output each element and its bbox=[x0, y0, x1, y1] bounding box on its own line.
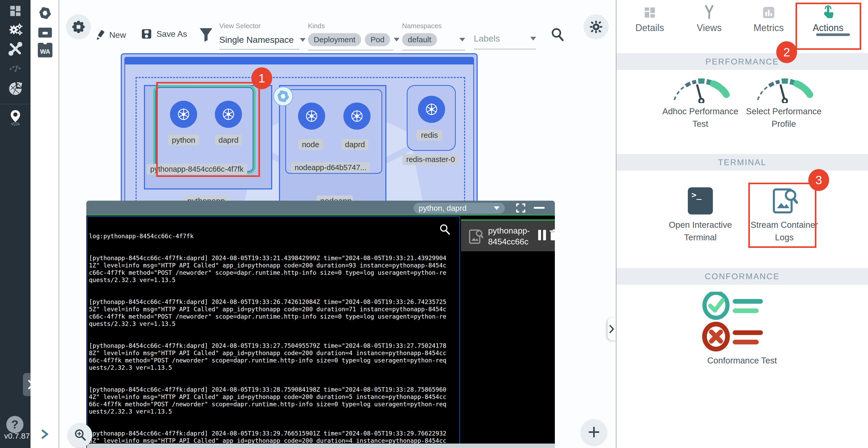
kinds-caption: Kinds bbox=[308, 22, 399, 30]
app-menu-button[interactable] bbox=[66, 14, 91, 39]
annotation-box-1 bbox=[156, 82, 260, 177]
namespaces-underline bbox=[402, 50, 465, 50]
conformance-section-header: CONFORMANCE bbox=[616, 268, 868, 285]
k8s-chart-icon[interactable] bbox=[0, 80, 31, 96]
tab-details[interactable]: Details bbox=[620, 0, 680, 50]
select-performance-profile-button[interactable]: Select Performance Profile bbox=[752, 77, 815, 103]
pod-name-redis: redis-master-0 bbox=[403, 154, 459, 165]
view-selector-value: Single Namespace bbox=[219, 35, 293, 45]
container-node-icon[interactable] bbox=[298, 102, 325, 130]
view-selector[interactable]: View Selector Single Namespace bbox=[219, 22, 306, 50]
fullscreen-icon[interactable] bbox=[516, 203, 525, 213]
performance-gauge-icon[interactable] bbox=[0, 61, 31, 72]
add-node-button[interactable] bbox=[582, 420, 607, 445]
pause-stream-icon[interactable] bbox=[538, 230, 546, 240]
save-icon bbox=[141, 28, 152, 40]
new-button[interactable]: New bbox=[95, 29, 126, 41]
chevron-down-icon bbox=[459, 38, 465, 41]
views-branch-icon bbox=[680, 5, 739, 19]
webassembly-icon[interactable]: WA bbox=[38, 43, 53, 57]
stream-card-title: pythonapp- 8454cc66c bbox=[488, 225, 530, 247]
log-block: [pythonapp-8454cc66c-4f7fk:daprd] 2024-0… bbox=[89, 298, 448, 327]
pencil-icon bbox=[95, 29, 105, 41]
inbox-icon[interactable] bbox=[37, 24, 53, 39]
minimize-icon[interactable] bbox=[534, 207, 545, 209]
pod-nodeapp[interactable]: node daprd bbox=[285, 89, 382, 174]
container-redis-icon[interactable] bbox=[418, 96, 445, 123]
pod-name-nodeapp: nodeapp-d64b5747... bbox=[291, 162, 370, 173]
container-selector-dropdown[interactable]: python, daprd bbox=[413, 203, 505, 214]
location-pin-icon[interactable] bbox=[0, 109, 31, 126]
log-output-area[interactable]: log:pythonapp-8454cc66c-4f7fk [pythonapp… bbox=[87, 216, 460, 444]
annotation-badge-2: 2 bbox=[776, 41, 797, 63]
gauge-icon bbox=[669, 77, 732, 103]
open-interactive-terminal-button[interactable]: >_ Open Interactive Terminal bbox=[688, 187, 713, 214]
terminal-scrollbar[interactable] bbox=[87, 444, 555, 448]
search-icon[interactable] bbox=[550, 27, 565, 42]
pod-redis[interactable]: redis bbox=[407, 85, 456, 151]
dashboard-grid-icon[interactable] bbox=[0, 4, 31, 18]
dapr-pinwheel-icon[interactable] bbox=[38, 6, 53, 20]
namespace-node-header bbox=[125, 58, 473, 64]
help-icon[interactable]: ? bbox=[6, 416, 24, 433]
log-block: [pythonapp-8454cc66c-4f7fk:daprd] 2024-0… bbox=[89, 386, 448, 415]
annotation-box-3 bbox=[748, 183, 816, 248]
save-as-button[interactable]: Save As bbox=[141, 28, 187, 40]
tab-views[interactable]: Views bbox=[680, 0, 739, 50]
container-label-node: node bbox=[298, 139, 323, 150]
settings-button[interactable] bbox=[584, 14, 609, 39]
view-selector-underline bbox=[219, 49, 299, 50]
deployment-nodeapp[interactable]: node daprd nodeapp-d64b5747... bbox=[279, 85, 386, 210]
stream-card[interactable]: pythonapp- 8454cc66c bbox=[461, 219, 555, 251]
log-block: [pythonapp-8454cc66c-4f7fk:daprd] 2024-0… bbox=[89, 342, 448, 371]
delete-stream-icon[interactable] bbox=[549, 229, 560, 241]
save-as-label: Save As bbox=[156, 29, 187, 39]
dapr-sidecar-icon bbox=[273, 86, 293, 106]
kinds-underline bbox=[308, 50, 394, 50]
container-daprd2-icon[interactable] bbox=[343, 102, 371, 130]
secondary-expand-icon[interactable] bbox=[40, 429, 49, 439]
tools-icon[interactable] bbox=[0, 41, 31, 56]
chevron-down-icon bbox=[394, 38, 399, 41]
chevron-down-icon bbox=[300, 38, 306, 42]
select-performance-label: Select Performance Profile bbox=[742, 105, 826, 130]
namespace-chip-default[interactable]: default bbox=[402, 33, 437, 46]
chevron-down-icon bbox=[494, 206, 500, 210]
conformance-test-button[interactable]: Conformance Test bbox=[700, 292, 784, 352]
labels-filter[interactable]: Labels bbox=[474, 33, 536, 49]
terminal-header[interactable]: python, daprd bbox=[86, 201, 555, 215]
kinds-filter[interactable]: Kinds Deployment Pod bbox=[308, 22, 399, 50]
container-selector-value: python, daprd bbox=[419, 204, 494, 213]
filter-icon[interactable] bbox=[199, 27, 213, 43]
conformance-checklist-icon bbox=[700, 292, 784, 352]
container-label-redis: redis bbox=[416, 130, 442, 141]
settings-gears-icon[interactable] bbox=[0, 22, 31, 37]
right-panel: Details Views Metrics Actions bbox=[616, 0, 868, 448]
namespaces-filter[interactable]: Namespaces default bbox=[402, 22, 465, 50]
log-search-icon[interactable] bbox=[439, 223, 451, 236]
kind-chip-deployment[interactable]: Deployment bbox=[308, 33, 361, 46]
webassembly-label: WA bbox=[40, 48, 50, 55]
open-terminal-label: Open Interactive Terminal bbox=[659, 219, 742, 244]
annotation-badge-1: 1 bbox=[251, 67, 272, 89]
chevron-down-icon bbox=[530, 37, 536, 40]
terminal-icon: >_ bbox=[688, 187, 713, 214]
labels-underline bbox=[474, 49, 536, 49]
stream-list-panel: pythonapp- 8454cc66c bbox=[461, 216, 555, 444]
app-root: ? v0.7.87 bbox=[0, 0, 868, 448]
performance-section-header: PERFORMANCE bbox=[616, 53, 868, 70]
container-label-daprd2: daprd bbox=[341, 139, 368, 150]
panel-expand-tab[interactable] bbox=[608, 318, 616, 340]
kind-chip-pod[interactable]: Pod bbox=[365, 33, 390, 46]
adhoc-performance-test-button[interactable]: Adhoc Performance Test bbox=[669, 77, 732, 103]
annotation-badge-3: 3 bbox=[808, 169, 829, 191]
view-selector-caption: View Selector bbox=[219, 22, 306, 30]
gauge-icon bbox=[752, 77, 815, 103]
version-label: v0.7.87 bbox=[4, 431, 30, 441]
conformance-test-label: Conformance Test bbox=[700, 354, 784, 367]
zoom-in-button[interactable] bbox=[68, 423, 92, 447]
secondary-sidebar: WA bbox=[31, 0, 59, 448]
log-block: [pythonapp-8454cc66c-4f7fk:daprd] 2024-0… bbox=[89, 255, 448, 283]
details-grid-icon bbox=[620, 6, 680, 19]
adhoc-performance-label: Adhoc Performance Test bbox=[659, 105, 742, 130]
